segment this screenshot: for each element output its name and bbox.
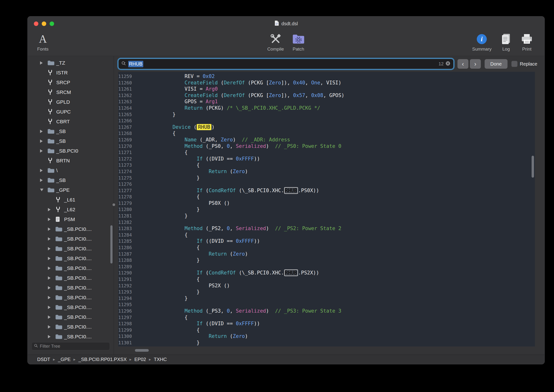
- disclosure-closed-icon[interactable]: [48, 306, 55, 309]
- tree-item[interactable]: ISTR: [28, 68, 114, 77]
- tree-item[interactable]: SRCM: [28, 87, 114, 97]
- tree-item[interactable]: \: [28, 166, 114, 175]
- find-search-field[interactable]: RHUB 12: [118, 59, 454, 69]
- tree-item[interactable]: _SB.PCI0....: [28, 234, 114, 244]
- tree-item[interactable]: _SB.PCI0....: [28, 302, 114, 312]
- filter-tree-input[interactable]: [40, 343, 107, 349]
- disclosure-closed-icon[interactable]: [40, 169, 47, 172]
- done-button[interactable]: Done: [485, 59, 507, 69]
- patch-button[interactable]: Patch: [292, 32, 305, 52]
- code-editor[interactable]: 11259 REV = 0x0211260 CreateField (Deref…: [118, 72, 535, 346]
- tree-item[interactable]: CBRT: [28, 117, 114, 126]
- disclosure-closed-icon[interactable]: [48, 227, 55, 231]
- tree-item[interactable]: _GPE: [28, 185, 114, 195]
- search-icon: [121, 61, 127, 67]
- disclosure-open-icon[interactable]: [40, 189, 47, 191]
- tree-item[interactable]: GUPC: [28, 107, 114, 117]
- disclosure-closed-icon[interactable]: [40, 140, 47, 143]
- disclosure-closed-icon[interactable]: [48, 247, 55, 250]
- tree-item[interactable]: _SB: [28, 175, 114, 185]
- code-text: CreateField (DerefOf (PCKG [Zero]), 0x57…: [136, 92, 344, 99]
- breadcrumb-item[interactable]: EP02: [134, 357, 146, 362]
- tree-item[interactable]: GPLD: [28, 97, 114, 107]
- doc-icon: [55, 216, 64, 222]
- breadcrumb-item[interactable]: TXHC: [154, 357, 167, 362]
- code-line: 11274 Return (Zero): [118, 168, 535, 175]
- minimize-button[interactable]: [42, 21, 46, 26]
- code-text: REV = 0x02: [136, 73, 215, 80]
- tree-item[interactable]: SRCP: [28, 77, 114, 87]
- tree-item[interactable]: _SB.PCI0....: [28, 283, 114, 293]
- disclosure-closed-icon[interactable]: [48, 266, 55, 270]
- log-button[interactable]: Log: [501, 32, 512, 52]
- tree-item[interactable]: _L61: [28, 195, 114, 205]
- disclosure-closed-icon[interactable]: [48, 257, 55, 260]
- previous-match-button[interactable]: ‹: [457, 59, 468, 69]
- filter-tree-field[interactable]: [31, 342, 110, 350]
- splitter-handle[interactable]: [112, 203, 115, 206]
- disclosure-closed-icon[interactable]: [48, 276, 55, 280]
- find-bar: RHUB 12 ‹ › Done Replace: [114, 56, 544, 72]
- line-number: 11291: [118, 276, 136, 283]
- folder-icon: [55, 226, 64, 232]
- tree-item[interactable]: _SB.PCI0....: [28, 332, 114, 340]
- tree-item[interactable]: _SB: [28, 136, 114, 146]
- code-text: VISI = Arg0: [136, 86, 218, 92]
- print-button[interactable]: Print: [521, 32, 533, 52]
- disclosure-closed-icon[interactable]: [48, 286, 55, 289]
- close-button[interactable]: [34, 21, 38, 26]
- tree-item[interactable]: _SB.PCI0....: [28, 322, 114, 332]
- tree-item[interactable]: _SB.PCI0....: [28, 253, 114, 263]
- zoom-button[interactable]: [49, 21, 54, 26]
- code-line: 11281 }: [118, 213, 535, 219]
- disclosure-closed-icon[interactable]: [48, 325, 55, 329]
- disclosure-closed-icon[interactable]: [40, 179, 47, 182]
- tree-item[interactable]: _SB.PCI0....: [28, 293, 114, 302]
- code-line: 11279 PS0X (): [118, 200, 535, 206]
- search-input[interactable]: RHUB: [128, 61, 143, 67]
- tree-item[interactable]: _SB: [28, 126, 114, 136]
- disclosure-closed-icon[interactable]: [40, 61, 47, 65]
- disclosure-closed-icon[interactable]: [48, 296, 55, 299]
- disclosure-closed-icon[interactable]: [40, 149, 47, 153]
- code-line: 11297 {: [118, 314, 535, 321]
- disclosure-closed-icon[interactable]: [48, 208, 55, 211]
- code-line: 11298 If ((DVID == 0xFFFF)): [118, 321, 535, 327]
- tree-item[interactable]: _SB.PCI0....: [28, 224, 114, 234]
- breadcrumb-item[interactable]: DSDT: [37, 357, 50, 362]
- breadcrumb-item[interactable]: _GPE: [58, 357, 70, 362]
- code-text: PS2X (): [136, 283, 230, 289]
- tree-item[interactable]: PSM: [28, 214, 114, 224]
- disclosure-closed-icon[interactable]: [48, 237, 55, 241]
- tree-item-label: SRCM: [56, 89, 71, 95]
- tree-item[interactable]: _SB.PCI0....: [28, 312, 114, 322]
- editor-horizontal-scrollbar[interactable]: [135, 349, 149, 352]
- tree-item[interactable]: _TZ: [28, 58, 114, 68]
- sidebar-scrollbar[interactable]: [110, 225, 112, 264]
- disclosure-closed-icon[interactable]: [40, 130, 47, 133]
- clear-search-icon[interactable]: [445, 61, 450, 67]
- method-icon: [47, 79, 56, 85]
- line-number: 11282: [118, 219, 136, 225]
- disclosure-closed-icon[interactable]: [48, 315, 55, 319]
- tree-item[interactable]: BRTN: [28, 156, 114, 166]
- tree-item[interactable]: _SB.PCI0....: [28, 273, 114, 283]
- line-number: 11273: [118, 162, 136, 168]
- tree-item[interactable]: _SB.PCI0....: [28, 244, 114, 253]
- code-line: 11290 If (CondRefOf (\_SB.PCI0.XHC.RHUB.…: [118, 270, 535, 276]
- line-number: 11295: [118, 301, 136, 308]
- search-match: RHUB: [284, 269, 298, 276]
- replace-checkbox[interactable]: [511, 61, 518, 67]
- breadcrumb-item[interactable]: _SB.PCI0.RP01.PXSX: [78, 357, 127, 362]
- code-text: Return (Zero): [136, 333, 248, 340]
- summary-button[interactable]: i Summary: [472, 32, 492, 52]
- tree-item[interactable]: _L62: [28, 205, 114, 214]
- editor-vertical-scrollbar[interactable]: [532, 156, 534, 178]
- disclosure-closed-icon[interactable]: [48, 218, 55, 221]
- fonts-button[interactable]: A Fonts: [37, 32, 49, 52]
- tree-item[interactable]: _SB.PCI0....: [28, 263, 114, 273]
- tree-item[interactable]: _SB.PCI0: [28, 146, 114, 156]
- next-match-button[interactable]: ›: [470, 59, 481, 69]
- disclosure-closed-icon[interactable]: [48, 335, 55, 338]
- compile-button[interactable]: Compile: [267, 32, 284, 52]
